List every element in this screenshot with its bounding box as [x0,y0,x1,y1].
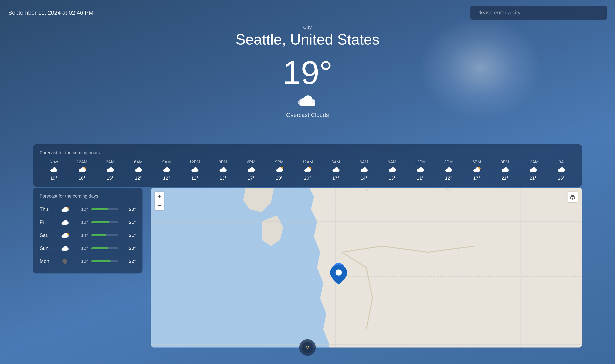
daily-forecast-section: Forecast for the coming days Thu.12°20°F… [33,188,142,273]
hour-temp: 21° [502,176,508,181]
svg-point-37 [252,169,255,171]
hour-item: 6AM14° [350,160,378,181]
hour-item: 3AM15° [96,160,124,181]
hour-item: 6PM17° [462,160,491,181]
svg-point-102 [66,247,69,250]
hour-cloud-icon [218,167,227,173]
svg-text:V: V [306,345,309,350]
hour-cloud-icon [359,167,368,173]
zoom-in-button[interactable]: + [155,192,164,201]
day-item: Mon.10°22° [40,255,136,268]
hour-cloud-icon [444,167,453,173]
day-temp-bar [91,234,106,236]
hero-section: City Seattle, United States 19° Overcast… [0,12,615,127]
hour-label: 9PM [275,160,283,164]
day-temp-bar [91,260,111,262]
svg-point-29 [196,169,198,171]
day-cloud-icon [60,232,70,238]
svg-marker-117 [570,195,575,197]
hour-temp: 15° [107,176,113,181]
svg-point-25 [168,169,170,171]
hour-temp: 12° [135,176,142,181]
hour-item: 12PM12° [181,160,209,181]
day-item: Thu.12°20° [40,203,136,216]
svg-point-67 [449,169,452,171]
day-cloud-icon [60,258,70,264]
hour-cloud-icon [303,167,312,173]
hour-cloud-icon [190,167,199,173]
hour-label: 12AM [302,160,313,164]
hour-temp: 17° [248,176,254,181]
hour-cloud-icon [134,167,143,173]
hour-label: 3AM [106,160,114,164]
day-high-temp: 20° [121,207,136,212]
day-low-temp: 14° [73,233,88,238]
svg-point-51 [337,169,339,171]
svg-point-116 [335,269,342,275]
hour-label: Now [50,160,58,164]
hour-temp: 17° [473,176,480,181]
svg-point-103 [62,259,67,264]
hour-cloud-icon [388,167,397,173]
hour-item: 3PM12° [434,160,462,181]
day-name: Thu. [40,207,60,212]
svg-point-21 [140,169,142,171]
day-high-temp: 21° [121,220,136,225]
svg-point-98 [66,234,69,237]
hour-label: 12PM [189,160,200,164]
hour-label: 3AM [332,160,340,164]
map-layers-button[interactable] [568,192,578,202]
day-cloud-icon [60,219,70,225]
day-name: Mon. [40,259,60,264]
map-zoom-controls[interactable]: + − [155,192,164,210]
day-name: Fri. [40,220,60,225]
hour-label: 3A [559,160,564,164]
day-temp-bar [91,247,108,249]
day-temp-bar-container [91,208,118,210]
hour-cloud-icon [49,167,58,173]
day-low-temp: 12° [73,207,88,212]
hour-item: 9PM21° [491,160,519,181]
map-container[interactable]: + − [151,188,582,348]
daily-section-title: Forecast for the coming days [40,194,136,199]
hour-label: 6PM [473,160,481,164]
day-cloud-icon [60,245,70,251]
layers-icon [570,194,575,200]
zoom-out-button[interactable]: − [155,201,164,210]
hour-item: 12AM21° [519,160,547,181]
bottom-logo: V [299,339,316,356]
hour-item: 12PM11° [406,160,434,181]
hour-temp: 11° [417,176,424,181]
hour-cloud-icon [162,167,171,173]
svg-point-93 [66,221,69,224]
daily-list: Thu.12°20°Fri.10°21°Sat.14°21°Sun.12°20°… [40,203,136,268]
hour-label: 12PM [415,160,426,164]
svg-point-13 [83,169,86,171]
hour-temp: 16° [558,176,565,181]
hourly-section-title: Forecast for the coming hours [40,150,575,156]
hour-item: 3A16° [547,160,575,181]
city-name: Seattle, United States [236,31,379,48]
overcast-cloud-icon [297,93,318,108]
day-low-temp: 12° [73,246,88,251]
day-high-temp: 22° [121,259,136,264]
hour-cloud-icon [529,167,538,173]
day-temp-bar-container [91,260,118,262]
hour-temp: 12° [163,176,170,181]
hourly-scroll-container[interactable]: Now19°12AM18°3AM15°6AM12°9AM12°12PM12°3P… [40,160,575,181]
hour-temp: 19° [50,176,57,181]
day-low-temp: 10° [73,220,88,225]
hour-temp: 21° [530,176,536,181]
hour-item: 6PM17° [237,160,265,181]
hour-label: 12AM [77,160,87,164]
hour-temp: 20° [276,176,283,181]
hour-cloud-icon [416,167,425,173]
hour-temp: 12° [191,176,198,181]
hour-cloud-icon [472,167,481,173]
hour-item: 12AM20° [294,160,322,181]
hour-temp: 14° [360,176,367,181]
day-temp-bar [91,221,110,223]
day-temp-bar-container [91,234,118,236]
hour-item: 6AM12° [124,160,153,181]
hour-temp: 12° [445,176,452,181]
